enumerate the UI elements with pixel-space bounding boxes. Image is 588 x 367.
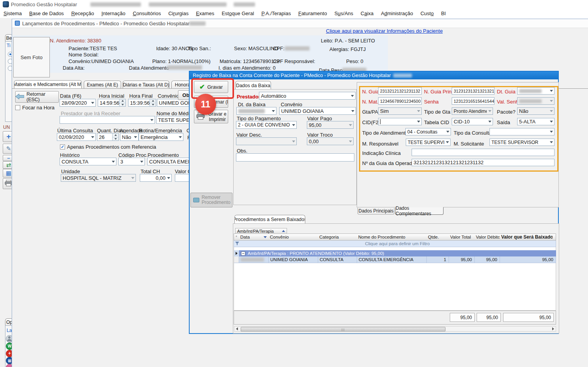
pacote-field[interactable]: Não — [517, 107, 555, 115]
spin-up[interactable] — [113, 133, 118, 137]
col-qtde[interactable]: Qtde. — [426, 234, 449, 241]
rotina-emergencia-field[interactable]: Emergência — [139, 133, 183, 141]
dialog-titlebar[interactable]: Registro de Baixa na Conta Corrente do P… — [190, 72, 558, 79]
hora-final-field[interactable]: 15:39:56 — [128, 99, 156, 107]
menu-administracao[interactable]: Administração — [381, 11, 413, 16]
groupby-button[interactable]: Amb/Int/PA/Terapia — [235, 228, 287, 234]
senha-field[interactable]: 12312316515641544 — [452, 97, 495, 105]
dt-guia-field[interactable] — [517, 87, 555, 95]
codigo-proc-field[interactable]: 3 — [118, 158, 145, 165]
val-senha-field[interactable] — [517, 97, 555, 105]
n-guia-field[interactable]: 23132121321231132 — [378, 87, 422, 95]
scroll-right-button[interactable] — [551, 327, 556, 331]
tipo-consulta-field[interactable] — [489, 128, 555, 135]
menu-pa-terapias[interactable]: P.A./Terapias — [261, 11, 291, 16]
h-scrollbar[interactable]: ||| — [234, 326, 556, 332]
apenas-checkbox-row[interactable]: ✓ Apenas Procedimentos com Referencia — [60, 144, 156, 150]
n-guia-prin-field[interactable]: 31231231321321321 — [452, 87, 495, 95]
background-tab-la[interactable]: La — [7, 328, 12, 333]
valor-desc-field[interactable] — [236, 137, 297, 145]
historico-field[interactable]: CONSULTA — [60, 158, 116, 165]
row-valor-baixado-cell[interactable]: 95,00 — [500, 256, 556, 263]
tab-diarias[interactable]: Diárias e Taxas (Alt D) — [123, 81, 169, 88]
col-convenio[interactable]: Convênio — [268, 234, 318, 241]
hora-inicial-field[interactable]: 14:59:56 — [98, 99, 126, 107]
menu-cirurgias[interactable]: Cirurgias — [168, 11, 188, 16]
spin-up[interactable] — [150, 99, 156, 103]
dialog-convenio-field[interactable]: UNIMED GOIANIA — [279, 107, 356, 115]
menu-internacao[interactable]: Internação — [101, 11, 125, 16]
col-valor-baixado[interactable]: Valor que Será Baixado — [500, 234, 553, 241]
spin-up[interactable] — [120, 99, 125, 103]
apenas-checkbox[interactable]: ✓ — [60, 144, 65, 149]
spin-down[interactable] — [150, 103, 156, 107]
menu-consultorios[interactable]: Consultórios — [133, 11, 161, 16]
cid-field[interactable] — [378, 118, 422, 125]
menu-faturamento[interactable]: Faturamento — [298, 11, 327, 16]
row-qtde-cell[interactable]: 1 — [427, 256, 449, 263]
gta-pa-field[interactable]: Sim — [378, 107, 422, 115]
row-categoria-cell[interactable]: CONSULTA — [318, 256, 357, 263]
remover-procedimento-button[interactable]: Remover Procedimento — [190, 193, 232, 207]
col-categoria[interactable]: Categoria — [318, 234, 357, 241]
menu-sus-ans[interactable]: Sus/Ans — [334, 11, 353, 16]
tab-dados-da-baixa[interactable]: Dados da Baixa — [235, 81, 271, 90]
menu-estoque-geral[interactable]: Estoque Geral — [222, 11, 254, 16]
spin-down[interactable] — [120, 103, 125, 107]
gravar-button[interactable]: ✔ Gravar — [194, 81, 228, 93]
menu-recepcao[interactable]: Recepção — [71, 11, 94, 16]
row-nome-cell[interactable]: CONSULTA EMERGÊNCIA — [357, 256, 427, 263]
prestador-field[interactable]: Automático — [259, 92, 356, 100]
menu-bi[interactable]: BI — [441, 11, 446, 16]
dt-baixa-field[interactable] — [236, 107, 276, 115]
col-valor-total[interactable]: Valor Total — [449, 234, 475, 241]
col-nome-procedimento[interactable]: Nome do Procedimento — [357, 234, 427, 241]
n-mat-field[interactable]: 12345678901234500 — [378, 97, 422, 105]
tab-dados-principais[interactable]: Dados Principais — [357, 208, 394, 214]
unidade-field[interactable]: HOSPITAL SQL - MATRIZ — [61, 174, 136, 182]
tab-procedimentos-baixados[interactable]: Procedimentos a Serem Baixados — [234, 215, 305, 223]
focar-checkbox-row[interactable]: Focar na Hora — [15, 105, 55, 111]
valor-pago-field[interactable]: 95,00 — [307, 121, 354, 129]
agendada-field[interactable]: Não — [120, 133, 139, 141]
saida-field[interactable]: 5-ALTA — [517, 118, 555, 125]
col-valor-debito[interactable]: Valor Débito — [474, 234, 500, 241]
row-valor-debito-cell[interactable]: 95,00 — [475, 256, 500, 263]
retornar-button[interactable]: Retornar (ESC) — [15, 91, 59, 103]
tab-dados-complementares[interactable]: Dados Complementares — [395, 207, 444, 215]
focar-checkbox[interactable] — [15, 105, 20, 110]
spin-down[interactable] — [113, 137, 118, 141]
menu-base-de-dados[interactable]: Base de Dados — [29, 11, 64, 16]
data-f6-field[interactable]: 28/09/2020 — [60, 99, 96, 107]
patient-info-link[interactable]: Clique aqui para visualizar Informações … — [326, 28, 443, 34]
scroll-thumb[interactable]: ||| — [241, 327, 445, 332]
row-data-cell[interactable] — [239, 256, 269, 263]
ultima-consulta-field[interactable]: 02/09/2020 — [57, 133, 96, 141]
valor-troco-field[interactable]: 0,00 — [307, 137, 354, 145]
tabela-cid-field[interactable]: CID-10 — [452, 118, 493, 125]
guia-operadora-field[interactable]: 3213212123132121321231132 — [412, 159, 555, 166]
tab-exames[interactable]: Exames (Alt E) — [84, 81, 121, 88]
background-tab-ti[interactable]: Ti — [7, 43, 11, 48]
collapse-icon[interactable] — [241, 251, 245, 256]
obs-field[interactable] — [236, 153, 354, 162]
menu-sistema[interactable]: Sistema — [4, 11, 22, 16]
prestador-receber-field[interactable] — [60, 116, 155, 124]
menu-custo[interactable]: Custo — [421, 11, 434, 16]
quant-dias-field[interactable]: 26 — [97, 133, 119, 141]
row-convenio-cell[interactable]: UNIMED GOIANIA — [269, 256, 318, 263]
m-responsavel-field[interactable]: TESTE SUPERVISOR — [406, 139, 451, 146]
tipo-pagamento-field[interactable]: 2 - GUIA DE CONVENIO — [236, 121, 297, 129]
indicacao-clinica-field[interactable] — [412, 149, 555, 156]
tipo-atendimento-field[interactable]: 04 - Consultas — [405, 128, 451, 135]
total-ch-field[interactable]: 0,00 — [140, 174, 172, 182]
grid-group-row[interactable]: Amb/Int/PA/Terapia : PRONTO ATENDIMENTO … — [239, 250, 556, 256]
tab-materiais[interactable]: Materiais e Medicamentos (Alt M) — [14, 80, 82, 88]
scroll-left-button[interactable] — [234, 327, 239, 331]
tipo-gta-field[interactable]: Pronto Atendimento — [452, 107, 493, 115]
row-valor-total-cell[interactable]: 95,00 — [449, 256, 475, 263]
col-data[interactable]: Data — [239, 234, 269, 241]
menu-exames[interactable]: Exames — [196, 11, 214, 16]
grid-filter-row[interactable]: Clique aqui para definir um Filtro — [234, 241, 556, 247]
m-solicitante-field[interactable]: TESTE SUPERVISOR — [489, 139, 555, 146]
